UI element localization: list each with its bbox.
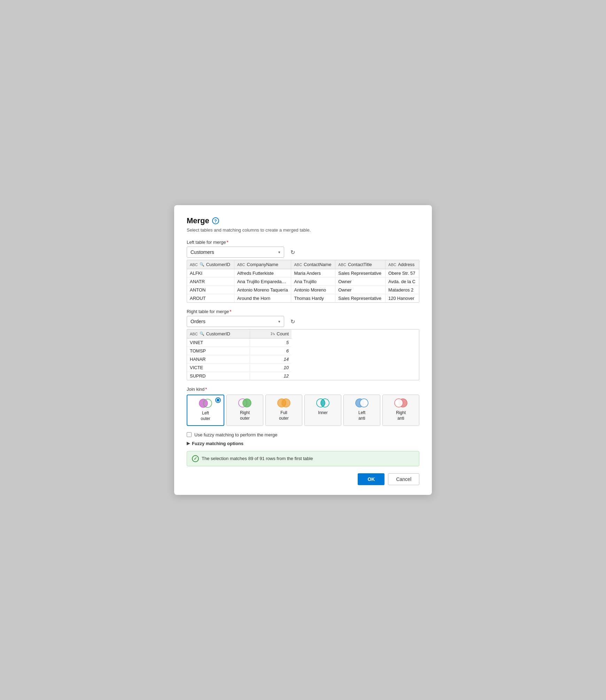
expand-arrow-icon: ▶	[187, 441, 190, 446]
join-option-label: Fullouter	[279, 410, 288, 421]
status-bar: ✓ The selection matches 89 of 91 rows fr…	[187, 451, 419, 466]
right-table-dropdown-row: Orders ▾ ↻	[187, 316, 419, 327]
left-table-body: ALFKIAlfreds FutterkisteMaria AndersSale…	[187, 269, 419, 303]
join-option-right_anti[interactable]: Rightanti	[382, 395, 419, 426]
merge-dialog: Merge ? Select tables and matching colum…	[174, 205, 432, 495]
left-table-container: ABC 🔍 CustomerID ABC CompanyName	[187, 260, 419, 303]
left-table-scroll: ABC 🔍 CustomerID ABC CompanyName	[187, 260, 419, 302]
table-row[interactable]: ANATRAna Trujillo Emparedados y heladosA…	[187, 278, 419, 286]
join-option-inner[interactable]: Inner	[304, 395, 341, 426]
abc-icon: ABC	[190, 263, 198, 267]
right-table: ABC 🔍 CustomerID 1²₃ Count	[187, 329, 292, 380]
left-col-companyname[interactable]: ABC CompanyName	[234, 260, 291, 269]
left-table-dropdown[interactable]: Customers ▾	[187, 247, 284, 258]
chevron-down-icon: ▾	[278, 319, 280, 324]
join-option-right_outer[interactable]: Rightouter	[226, 395, 263, 426]
fuzzy-checkbox[interactable]	[187, 432, 192, 437]
num-icon: 1²₃	[270, 332, 275, 336]
svg-point-3	[243, 399, 251, 407]
table-row[interactable]: TOMSP6	[187, 347, 292, 355]
join-option-label: Leftouter	[201, 411, 210, 421]
table-row[interactable]: HANAR14	[187, 355, 292, 364]
left-col-customerid[interactable]: ABC 🔍 CustomerID	[187, 260, 234, 269]
chevron-down-icon: ▾	[278, 250, 280, 255]
svg-point-18	[395, 399, 403, 407]
join-radio-selected	[215, 397, 221, 403]
right-table-label: Right table for merge*	[187, 309, 419, 314]
table-row[interactable]: ANTONAntonio Moreno TaqueríaAntonio More…	[187, 286, 419, 294]
join-option-label: Leftanti	[358, 410, 365, 421]
abc-icon: ABC	[294, 263, 302, 267]
table-row[interactable]: VICTE10	[187, 364, 292, 372]
join-option-label: Rightouter	[240, 410, 250, 421]
fuzzy-matching-row: Use fuzzy matching to perform the merge	[187, 432, 419, 437]
dialog-footer: OK Cancel	[187, 473, 419, 485]
left-table-refresh-icon[interactable]: ↻	[288, 247, 297, 257]
status-text: The selection matches 89 of 91 rows from…	[202, 456, 313, 461]
abc-icon: ABC	[388, 263, 396, 267]
help-icon[interactable]: ?	[212, 217, 219, 224]
table-row[interactable]: VINET5	[187, 339, 292, 347]
fuzzy-expand[interactable]: ▶ Fuzzy matching options	[187, 441, 419, 446]
join-option-label: Rightanti	[396, 410, 406, 421]
left-table: ABC 🔍 CustomerID ABC CompanyName	[187, 260, 419, 302]
right-table-selected: Orders	[191, 319, 205, 324]
status-check-icon: ✓	[192, 455, 199, 462]
join-options: LeftouterRightouterFullouter Inner Lefta…	[187, 395, 419, 426]
left-col-contactname[interactable]: ABC ContactName	[291, 260, 335, 269]
right-table-scroll: ABC 🔍 CustomerID 1²₃ Count	[187, 329, 419, 380]
right-table-container: ABC 🔍 CustomerID 1²₃ Count	[187, 329, 419, 380]
right-table-dropdown[interactable]: Orders ▾	[187, 316, 284, 327]
abc-icon: ABC	[338, 263, 346, 267]
table-row[interactable]: AROUTAround the HornThomas HardySales Re…	[187, 294, 419, 303]
left-table-header-row: ABC 🔍 CustomerID ABC CompanyName	[187, 260, 419, 269]
join-option-left_anti[interactable]: Leftanti	[343, 395, 380, 426]
search-icon: 🔍	[200, 262, 204, 267]
left-table-label: Left table for merge*	[187, 240, 419, 245]
join-option-full_outer[interactable]: Fullouter	[265, 395, 302, 426]
right-table-body: VINET5TOMSP6HANAR14VICTE10SUPRD12	[187, 339, 292, 380]
right-table-header-row: ABC 🔍 CustomerID 1²₃ Count	[187, 329, 292, 339]
table-row[interactable]: ALFKIAlfreds FutterkisteMaria AndersSale…	[187, 269, 419, 278]
dialog-subtitle: Select tables and matching columns to cr…	[187, 227, 419, 233]
cancel-button[interactable]: Cancel	[388, 473, 419, 485]
left-table-dropdown-row: Customers ▾ ↻	[187, 247, 419, 258]
left-table-selected: Customers	[191, 249, 214, 255]
search-icon: 🔍	[200, 332, 204, 336]
abc-icon: ABC	[237, 263, 245, 267]
right-col-count[interactable]: 1²₃ Count	[250, 329, 292, 339]
dialog-title: Merge	[187, 216, 209, 225]
join-option-left_outer[interactable]: Leftouter	[187, 395, 224, 426]
abc-icon: ABC	[190, 332, 198, 336]
left-col-address[interactable]: ABC Address	[386, 260, 419, 269]
right-table-refresh-icon[interactable]: ↻	[288, 317, 297, 326]
dialog-header: Merge ?	[187, 216, 419, 225]
fuzzy-expand-label: Fuzzy matching options	[192, 441, 243, 446]
fuzzy-label: Use fuzzy matching to perform the merge	[194, 432, 277, 437]
right-col-customerid[interactable]: ABC 🔍 CustomerID	[187, 329, 250, 339]
left-col-contacttitle[interactable]: ABC ContactTitle	[335, 260, 386, 269]
ok-button[interactable]: OK	[358, 473, 384, 485]
join-option-label: Inner	[318, 410, 327, 416]
join-kind-label: Join kind*	[187, 387, 419, 392]
svg-point-5	[282, 399, 290, 407]
table-row[interactable]: SUPRD12	[187, 372, 292, 380]
